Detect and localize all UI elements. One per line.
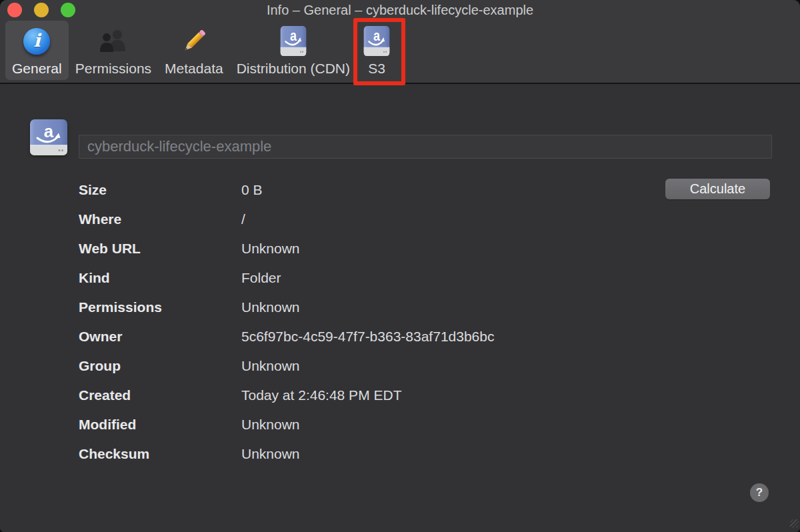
tab-permissions[interactable]: Permissions: [69, 21, 158, 80]
window-title: Info – General – cyberduck-lifecycle-exa…: [0, 0, 800, 19]
info-row-created: Created Today at 2:46:48 PM EDT: [79, 381, 772, 410]
info-row-checksum: Checksum Unknown: [79, 439, 772, 469]
row-label: Group: [79, 358, 241, 374]
row-value: /: [241, 211, 245, 227]
row-label: Size: [79, 182, 241, 198]
row-label: Where: [79, 211, 241, 227]
tab-metadata[interactable]: Metadata: [158, 21, 230, 80]
svg-text:a: a: [290, 28, 297, 44]
titlebar: Info – General – cyberduck-lifecycle-exa…: [0, 0, 800, 19]
info-icon: i: [23, 26, 50, 56]
pencil-icon: [179, 26, 209, 56]
toolbar: i General Permissions: [0, 19, 800, 83]
tab-s3[interactable]: a S3: [357, 21, 397, 80]
row-label: Web URL: [79, 241, 241, 257]
row-value: Folder: [241, 270, 281, 286]
row-value: Unknown: [241, 417, 300, 433]
s3-drive-icon: a: [363, 26, 390, 56]
row-value: Unknown: [241, 241, 300, 257]
svg-text:a: a: [373, 28, 381, 44]
row-label: Kind: [79, 270, 241, 286]
info-row-web-url: Web URL Unknown: [79, 234, 772, 263]
general-panel: a Size 0 B Where / Web URL Unknown Kind: [0, 84, 800, 529]
info-window: Info – General – cyberduck-lifecycle-exa…: [0, 0, 800, 532]
tab-label: General: [12, 61, 62, 75]
tab-label: S3: [368, 61, 385, 75]
row-value: Unknown: [241, 299, 300, 315]
tab-label: Metadata: [165, 61, 223, 75]
tab-label: Distribution (CDN): [237, 61, 350, 75]
help-button[interactable]: ?: [750, 483, 769, 502]
row-value: 0 B: [241, 182, 263, 198]
info-row-where: Where /: [79, 205, 772, 234]
row-label: Permissions: [79, 299, 241, 315]
users-icon: [98, 26, 129, 56]
info-row-group: Group Unknown: [79, 351, 772, 381]
s3-drive-icon: a: [280, 26, 307, 56]
info-row-permissions: Permissions Unknown: [79, 293, 772, 322]
s3-drive-icon: a: [29, 119, 68, 158]
tab-distribution[interactable]: a Distribution (CDN): [230, 21, 357, 80]
svg-text:a: a: [44, 121, 54, 141]
row-value: Today at 2:46:48 PM EDT: [241, 387, 401, 403]
info-row-owner: Owner 5c6f97bc-4c59-47f7-b363-83af71d3b6…: [79, 322, 772, 351]
window-chrome: Info – General – cyberduck-lifecycle-exa…: [0, 0, 800, 84]
filename-input[interactable]: [79, 135, 772, 159]
tab-general[interactable]: i General: [5, 21, 69, 80]
row-value: Unknown: [241, 358, 300, 374]
row-label: Owner: [79, 329, 241, 345]
tab-label: Permissions: [75, 61, 151, 75]
row-value: Unknown: [241, 446, 300, 462]
row-label: Created: [79, 387, 241, 403]
info-rows: Size 0 B Where / Web URL Unknown Kind Fo…: [79, 175, 772, 469]
info-row-kind: Kind Folder: [79, 263, 772, 293]
row-label: Checksum: [79, 446, 241, 462]
calculate-button[interactable]: Calculate: [665, 179, 770, 199]
row-value: 5c6f97bc-4c59-47f7-b363-83af71d3b6bc: [241, 329, 494, 345]
row-label: Modified: [79, 417, 241, 433]
info-row-modified: Modified Unknown: [79, 410, 772, 439]
resize-grip[interactable]: [790, 519, 799, 528]
